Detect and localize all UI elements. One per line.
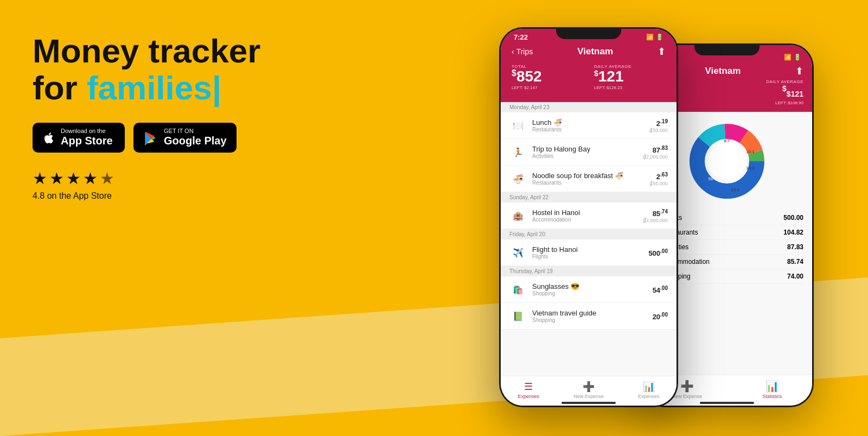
expense-flight: ✈️ Flight to Hanoi Flights 500.00 — [501, 239, 676, 266]
daily-avg-stat: DAILY AVERAGE $121 LEFT: $128.23 — [594, 64, 666, 90]
lunch-icon: 🍽️ — [509, 117, 527, 134]
apple-icon — [42, 131, 55, 144]
tab-statistics[interactable]: 📊 Expenses — [638, 381, 660, 399]
activities-icon: 🏃 — [509, 143, 527, 161]
svg-text:8.7: 8.7 — [724, 138, 730, 143]
phone-front: 7:22 📶 🔋 ‹ Trips Vietnam ⬆ — [499, 27, 678, 407]
front-home-indicator — [561, 402, 616, 404]
svg-text:10.3: 10.3 — [746, 166, 755, 170]
svg-text:12.3: 12.3 — [731, 187, 739, 192]
star-3: ★ — [66, 169, 81, 188]
day-header-sunday: Sunday, April 22 — [501, 192, 676, 203]
day-header-thursday: Thursday, April 19 — [501, 266, 676, 276]
expense-lunch: 🍽️ Lunch 🍜 Restaurants 2.19 ₫50,000 — [501, 112, 676, 139]
back-status-icons: 📶 🔋 — [784, 54, 801, 61]
back-tab-statistics[interactable]: 📊 Statistics — [762, 380, 782, 399]
star-4: ★ — [83, 169, 98, 188]
app-store-text: Download on the App Store — [61, 128, 113, 147]
screen-title: Vietnam — [577, 46, 613, 57]
tab-expenses[interactable]: ☰ Expenses — [518, 381, 540, 399]
screen-body: Monday, April 23 🍽️ Lunch 🍜 Restaurants … — [501, 102, 676, 376]
day-header-friday: Friday, April 20 — [501, 229, 676, 239]
google-play-icon — [143, 130, 158, 146]
svg-point-5 — [708, 142, 746, 180]
front-screen-header: 7:22 📶 🔋 ‹ Trips Vietnam ⬆ — [501, 29, 676, 102]
star-2: ★ — [49, 169, 64, 188]
headline-highlight: families| — [87, 69, 221, 106]
tab-new-expense[interactable]: ➕ New Expense — [573, 381, 604, 399]
statistics-icon: 📊 — [765, 380, 779, 393]
total-value: $852 — [512, 69, 583, 84]
headline-line2-prefix: for — [33, 69, 87, 106]
app-store-button[interactable]: Download on the App Store — [33, 123, 125, 153]
new-expense-icon: ➕ — [680, 380, 694, 393]
rating-text: 4.8 on the App Store — [33, 191, 315, 201]
star-half: ★ — [100, 169, 114, 188]
expense-noodle: 🍜 Noodle soup for breakfast 🍜 Restaurant… — [501, 166, 676, 192]
day-header-monday: Monday, April 23 — [501, 102, 676, 112]
back-daily-value: $$121 — [766, 84, 803, 99]
expense-hostel: 🏨 Hostel in Hanoi Accommodation 85.74 ₫2… — [501, 203, 676, 229]
expenses-tab-icon: ☰ — [524, 381, 533, 393]
google-play-button[interactable]: GET IT ON Google Play — [133, 123, 237, 153]
hostel-icon: 🏨 — [509, 207, 527, 224]
svg-text:10.1: 10.1 — [746, 149, 755, 154]
status-icons: 📶 🔋 — [646, 34, 663, 41]
back-share-icon: ⬆ — [795, 65, 803, 77]
star-1: ★ — [33, 169, 47, 188]
front-tab-bar: ☰ Expenses ➕ New Expense 📊 Expenses — [501, 376, 676, 406]
stars-row: ★ ★ ★ ★ ★ — [33, 169, 315, 188]
daily-avg-value: $121 — [594, 69, 666, 84]
pie-chart: 8.7 10.1 10.3 12.3 58.7 — [686, 121, 768, 202]
back-screen-title: Vietnam — [705, 66, 741, 77]
flight-icon: ✈️ — [509, 244, 527, 261]
svg-text:58.7: 58.7 — [708, 176, 717, 181]
left-section: Money tracker for families| Download on … — [33, 33, 315, 201]
expense-halong: 🏃 Trip to Halong Bay Activities 87.83 ₫2… — [501, 139, 676, 166]
expense-guidebook: 📗 Vietnam travel guide Shopping 20.00 — [501, 303, 676, 330]
nav-bar: ‹ Trips Vietnam ⬆ — [512, 43, 666, 60]
headline-line1: Money tracker — [33, 32, 260, 69]
total-stat: TOTAL $852 LEFT: $2,147 — [512, 64, 583, 90]
back-button[interactable]: ‹ Trips — [512, 47, 533, 56]
google-play-text: GET IT ON Google Play — [164, 128, 227, 147]
back-phone-notch — [694, 43, 760, 55]
share-icon[interactable]: ⬆ — [658, 46, 666, 58]
buttons-row: Download on the App Store GET IT ON Goog… — [33, 123, 315, 153]
front-phone-notch — [556, 27, 621, 39]
phones-container: 📶 🔋 Vietnam ⬆ DAILY AVERAGE $$12 — [445, 11, 868, 434]
sunglasses-icon: 🛍️ — [509, 281, 527, 298]
total-left: LEFT: $2,147 — [512, 85, 583, 90]
front-phone-screen: 7:22 📶 🔋 ‹ Trips Vietnam ⬆ — [501, 29, 676, 406]
stats-tab-icon: 📊 — [643, 381, 655, 393]
headline: Money tracker for families| — [33, 33, 315, 106]
daily-avg-left: LEFT: $128.23 — [594, 85, 666, 90]
status-time: 7:22 — [514, 33, 528, 41]
stats-row: TOTAL $852 LEFT: $2,147 DAILY AVERAGE $1… — [512, 60, 666, 93]
back-home-indicator — [700, 402, 754, 404]
back-daily-avg: DAILY AVERAGE $$121 LEFT: $108.90 — [766, 79, 803, 105]
back-label: Trips — [516, 47, 533, 56]
guidebook-icon: 📗 — [509, 307, 527, 325]
expense-sunglasses: 🛍️ Sunglasses 😎 Shopping 54.00 — [501, 276, 676, 303]
noodle-icon: 🍜 — [509, 170, 527, 187]
new-expense-tab-icon: ➕ — [583, 381, 595, 393]
